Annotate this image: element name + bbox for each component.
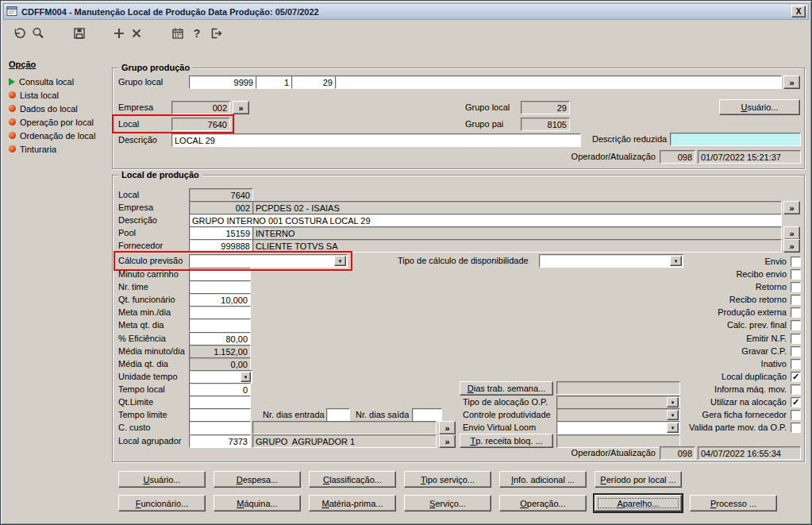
operador-datahora-field: 01/07/2022 15:21:37 <box>698 150 801 164</box>
search-icon[interactable] <box>29 25 47 42</box>
nr-dias-saida-field[interactable] <box>412 408 442 422</box>
grupo-local-lookup-button[interactable]: » <box>783 75 800 89</box>
undo-icon[interactable] <box>10 25 28 42</box>
pool-lookup-button[interactable]: » <box>783 226 800 240</box>
qt-funcionario-field[interactable]: 10,000 <box>189 293 251 307</box>
eficiencia-field[interactable]: 80,00 <box>189 332 251 345</box>
groupbox-legend: Grupo produção <box>118 63 193 72</box>
materia-prima-button[interactable]: Matéria-prima... <box>309 495 396 511</box>
sidebar-item-ordenacao-de-local[interactable]: Ordenação de local <box>9 130 95 141</box>
checkbox-utilizar-na-alocacao[interactable]: ✓ <box>791 397 801 407</box>
delete-icon[interactable] <box>128 25 145 42</box>
lp-operador-label: Operador/Atualização <box>556 446 656 460</box>
descricao-reduzida-field[interactable] <box>670 133 801 146</box>
fornecedor-lookup-button[interactable]: » <box>783 239 800 253</box>
sidebar-item-consulta-local[interactable]: Consulta local <box>9 76 74 87</box>
chevron-down-icon[interactable]: ▼ <box>241 372 251 382</box>
unidade-tempo-select[interactable]: Não utiliza ▼ <box>189 370 252 384</box>
checkbox-emitir-nf[interactable] <box>791 334 801 344</box>
periodo-por-local-button[interactable]: Período por local ... <box>595 471 682 488</box>
checkbox-recibo-envio[interactable] <box>791 269 801 280</box>
minuto-carrinho-field[interactable] <box>189 268 251 281</box>
meta-qt-dia-field[interactable] <box>189 318 251 332</box>
cb-label-gravar-cp: Gravar C.P. <box>679 345 787 358</box>
cb-label-retorno: Retorno <box>679 280 787 294</box>
bullet-icon <box>9 132 16 139</box>
meta-min-dia-field[interactable] <box>189 306 251 319</box>
title-bar: CDFFM004 - Manutenção Local de Produção … <box>3 3 809 20</box>
processo-button[interactable]: Processo ... <box>690 495 777 511</box>
grupo-local-desc-field[interactable] <box>335 75 782 89</box>
qt-limite-field[interactable] <box>189 396 251 409</box>
save-icon[interactable] <box>71 25 88 42</box>
checkbox-retorno[interactable] <box>791 282 801 292</box>
c-custo-lookup-button[interactable]: » <box>439 421 456 434</box>
local-agrupador-field[interactable]: 7373 <box>189 434 251 448</box>
tempo-limite-field[interactable] <box>189 408 251 422</box>
despesa-button[interactable]: Despesa... <box>214 471 301 488</box>
envio-virtual-loom-label: Envio Virtual Loom <box>463 421 536 434</box>
usuario-button-top[interactable]: Usuário... <box>719 99 800 115</box>
cb-label-recibo-retorno: Recibo retorno <box>679 293 787 307</box>
meta-qt-dia-label: Meta qt. dia <box>118 318 164 332</box>
lp-descricao-field[interactable]: GRUPO INTERNO 001 COSTURA LOCAL 29 <box>189 214 782 227</box>
checkbox-producao-externa[interactable] <box>791 307 801 318</box>
sidebar-item-label: Ordenação de local <box>20 131 95 141</box>
grupo-local-field-1[interactable]: 9999 <box>189 75 256 89</box>
c-custo-field[interactable] <box>189 421 251 434</box>
controle-produtividade-select[interactable]: ▼ <box>556 408 680 422</box>
checkbox-recibo-retorno[interactable] <box>791 295 801 305</box>
local-agrupador-lookup-button[interactable]: » <box>439 434 456 448</box>
pool-label: Pool <box>118 226 136 240</box>
empresa-lookup-button[interactable]: » <box>233 101 249 114</box>
aparelho-button[interactable]: Aparelho... <box>595 495 682 511</box>
fornecedor-field[interactable]: 999888 <box>189 239 253 253</box>
classificacao-button[interactable]: Classificação... <box>309 471 396 488</box>
chevron-down-icon[interactable]: ▼ <box>667 397 679 407</box>
chevron-down-icon[interactable]: ▼ <box>334 256 346 266</box>
cb-label-local-duplicacao: Local duplicação <box>679 370 787 384</box>
sidebar-item-lista-local[interactable]: Lista local <box>9 90 59 100</box>
cb-label-utilizar-na-alocacao: Utilizar na alocação <box>679 396 787 409</box>
checkbox-envio[interactable] <box>791 257 801 267</box>
checkbox-gravar-cp[interactable] <box>791 346 801 357</box>
calendar-icon[interactable] <box>169 25 187 42</box>
grupo-local-field-3[interactable]: 29 <box>291 75 336 89</box>
checkbox-gera-ficha-fornecedor[interactable] <box>791 410 801 420</box>
calculo-previsao-select[interactable]: Sequência Operacional ▼ <box>189 254 348 268</box>
pool-field[interactable]: 15159 <box>189 226 253 240</box>
envio-virtual-loom-select[interactable]: Não envia ▼ <box>556 421 680 434</box>
exit-icon[interactable] <box>207 25 225 42</box>
checkbox-inativo[interactable] <box>791 359 801 369</box>
grupo-local-field-2[interactable]: 1 <box>256 75 292 89</box>
tempo-local-field[interactable]: 0 <box>189 383 251 396</box>
sidebar-item-dados-do-local[interactable]: Dados do local <box>9 103 78 114</box>
operacao-button[interactable]: Operação... <box>499 495 587 511</box>
dias-trab-semana-button[interactable]: Dias trab. semana... <box>460 381 553 396</box>
tipo-calculo-select[interactable]: Calendário (Empresa) ▼ <box>539 254 683 268</box>
maquina-button[interactable]: Máquina... <box>214 495 301 511</box>
lp-empresa-lookup-button[interactable]: » <box>783 201 800 214</box>
media-qt-dia-label: Média qt. dia <box>118 357 168 371</box>
chevron-down-icon[interactable]: ▼ <box>667 410 679 420</box>
sidebar-item-tinturaria[interactable]: Tinturaria <box>9 144 56 154</box>
sidebar-item-operacao-por-local[interactable]: Operação por local <box>9 117 94 127</box>
nr-dias-entrada-field[interactable] <box>326 408 350 422</box>
add-icon[interactable] <box>110 25 128 42</box>
checkbox-informa-maq-mov[interactable] <box>791 384 801 395</box>
help-icon[interactable]: ? <box>188 25 206 42</box>
checkbox-calc-prev-final[interactable] <box>791 320 801 330</box>
checkbox-local-duplicacao[interactable]: ✓ <box>791 372 801 382</box>
checkbox-valida-parte-mov[interactable] <box>791 423 801 433</box>
tipo-servico-button[interactable]: Tipo serviço... <box>404 471 491 488</box>
close-icon[interactable]: X <box>791 6 806 17</box>
descricao-field[interactable]: LOCAL 29 <box>171 133 581 147</box>
info-adicional-button[interactable]: Info. adicional ... <box>499 471 587 488</box>
funcionario-button[interactable]: Funcionário... <box>118 495 206 511</box>
chevron-down-icon[interactable]: ▼ <box>667 423 679 433</box>
tipo-alocacao-select[interactable]: ▼ <box>556 396 680 409</box>
tp-receita-bloq-button[interactable]: Tp. receita bloq. ... <box>460 434 553 448</box>
nr-time-field[interactable] <box>189 280 251 294</box>
servico-button[interactable]: Serviço... <box>404 495 491 511</box>
usuario-button[interactable]: Usuário... <box>118 471 206 488</box>
